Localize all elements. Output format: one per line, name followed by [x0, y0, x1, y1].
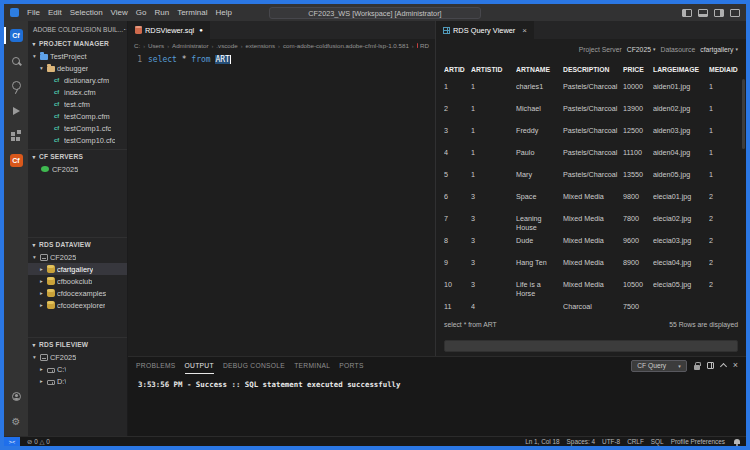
column-header-price[interactable]: PRICE — [623, 66, 653, 73]
breadcrumb-c[interactable]: C: — [134, 42, 140, 49]
tree-item-cfcodeexplorer[interactable]: ▸cfcodeexplorer — [28, 299, 127, 311]
query-input[interactable] — [444, 340, 738, 352]
vscode-logo-icon[interactable] — [10, 8, 19, 17]
tree-item-cf2025[interactable]: ▾CF2025 — [28, 251, 127, 263]
menu-run[interactable]: Run — [154, 8, 169, 17]
menu-selection[interactable]: Selection — [70, 8, 103, 17]
breadcrumb-rd[interactable]: RD — [420, 42, 429, 49]
close-icon[interactable]: × — [522, 26, 527, 35]
panel-tab-debug-console[interactable]: DEBUG CONSOLE — [223, 357, 285, 374]
table-row[interactable]: 73Leaning HouseMixed Media7800elecia02.j… — [444, 211, 746, 233]
tab-rdsviewer-sql[interactable]: RDSViewer.sql ● — [128, 21, 210, 39]
maximize-panel-icon[interactable] — [720, 363, 727, 370]
output-channel-select[interactable]: CF Query ▾ — [631, 360, 687, 372]
tree-item-cfbookclub[interactable]: ▸cfbookclub — [28, 275, 127, 287]
table-row[interactable]: 21MichaelPastels/Charcoal13900aiden02.jp… — [444, 101, 746, 123]
menu-file[interactable]: File — [27, 8, 40, 17]
datasource-select[interactable]: cfartgallery ▾ — [700, 46, 738, 53]
column-header-mediaid[interactable]: MEDIAID — [709, 66, 743, 73]
tree-item-testcomp1-cfc[interactable]: testComp1.cfc — [28, 122, 127, 134]
table-row[interactable]: 83DudeMixed Media9600elecia03.jpg2 — [444, 233, 746, 255]
tree-item-testcomp10-cfc[interactable]: testComp10.cfc — [28, 134, 127, 146]
tree-item-dictionary-cfm[interactable]: dictionary.cfm — [28, 74, 127, 86]
scrollbar[interactable] — [742, 79, 745, 149]
customize-layout-icon[interactable] — [730, 9, 740, 17]
status-profile-preferences[interactable]: Profile Preferences — [671, 438, 725, 445]
column-header-artname[interactable]: ARTNAME — [516, 66, 563, 73]
activity-source-control[interactable] — [4, 73, 28, 98]
toggle-sidebar-icon[interactable] — [682, 9, 692, 17]
panel-tab-terminal[interactable]: TERMINAL — [294, 357, 330, 374]
problems-status[interactable]: ⊘ 0 △ 0 — [27, 438, 50, 446]
panel-tab-output[interactable]: OUTPUT — [185, 357, 214, 374]
more-actions-icon[interactable]: ⋯ — [123, 25, 127, 34]
tree-item-testproject[interactable]: ▾TestProject — [28, 50, 127, 62]
panel-tab-ports[interactable]: PORTS — [339, 357, 363, 374]
menu-view[interactable]: View — [111, 8, 128, 17]
activity-coldfusion-builder[interactable]: Cf — [4, 23, 28, 48]
tree-item-index-cfm[interactable]: index.cfm — [28, 86, 127, 98]
table-row[interactable]: 93Hang TenMixed Media8900elecia04.jpg2 — [444, 255, 746, 277]
table-row[interactable]: 63SpaceMixed Media9800elecia01.jpg2 — [444, 189, 746, 211]
table-row[interactable]: 103Life is a HorseMixed Media10500elecia… — [444, 277, 746, 299]
tree-item-cfdocexamples[interactable]: ▸cfdocexamples — [28, 287, 127, 299]
bell-icon[interactable] — [734, 439, 740, 444]
status-sql[interactable]: SQL — [651, 438, 664, 445]
tree-item-cf2025[interactable]: ▾CF2025 — [28, 351, 127, 363]
menu-edit[interactable]: Edit — [48, 8, 62, 17]
code-token: ART — [215, 55, 229, 64]
status-crlf[interactable]: CRLF — [627, 438, 644, 445]
lock-icon[interactable] — [694, 365, 700, 370]
modified-dot-icon[interactable]: ● — [199, 27, 203, 33]
tree-item-debugger[interactable]: ▾debugger — [28, 62, 127, 74]
code-editor[interactable]: 1 select * from ART — [128, 52, 435, 356]
tree-item-c[interactable]: ▸C:\ — [28, 363, 127, 375]
menu-terminal[interactable]: Terminal — [177, 8, 207, 17]
breadcrumb-extensions[interactable]: extensions — [246, 42, 276, 49]
activity-run-debug[interactable] — [4, 98, 28, 123]
tab-rds-query-viewer[interactable]: RDS Query Viewer × — [436, 21, 534, 39]
menu-go[interactable]: Go — [136, 8, 147, 17]
tree-item-cf2025[interactable]: CF2025 — [28, 163, 127, 175]
column-header-description[interactable]: DESCRIPTION — [563, 66, 623, 73]
breadcrumb-vscode[interactable]: .vscode — [216, 42, 237, 49]
tree-item-testcomp-cfm[interactable]: testComp.cfm — [28, 110, 127, 122]
tree-item-cfartgallery[interactable]: ▸cfartgallery — [28, 263, 127, 275]
table-row[interactable]: 114Charcoal7500 — [444, 299, 746, 317]
table-row[interactable]: 41PauloPastels/Charcoal11100aiden04.jpg1 — [444, 145, 746, 167]
tree-item-d[interactable]: ▸D:\ — [28, 375, 127, 387]
toggle-secondary-sidebar-icon[interactable] — [714, 9, 724, 17]
status-spaces-4[interactable]: Spaces: 4 — [567, 438, 595, 445]
server-select[interactable]: CF2025 ▾ — [627, 46, 656, 53]
activity-account[interactable] — [4, 384, 28, 409]
table-row[interactable]: 31FreddyPastels/Charcoal12500aiden03.jpg… — [444, 123, 746, 145]
toggle-panel-icon[interactable] — [698, 9, 708, 17]
output-content[interactable]: 3:53:56 PM - Success :: SQL statement ex… — [128, 374, 746, 395]
breadcrumb-com-adobe-coldfusion-adobe-cfml-lsp-1-0-581[interactable]: com-adobe-coldfusion.adobe-cfml-lsp-1.0.… — [283, 42, 409, 49]
split-panel-icon[interactable] — [707, 362, 714, 369]
tree-item-test-cfm[interactable]: test.cfm — [28, 98, 127, 110]
section-header-project-manager[interactable]: ▾PROJECT MANAGER — [28, 37, 127, 50]
close-panel-icon[interactable]: × — [733, 361, 738, 370]
status-ln-1-col-18[interactable]: Ln 1, Col 18 — [525, 438, 559, 445]
column-header-largeimage[interactable]: LARGEIMAGE — [653, 66, 709, 73]
breadcrumb-administrator[interactable]: Administrator — [172, 42, 208, 49]
panel-tab-problems[interactable]: PROBLEMS — [136, 357, 176, 374]
column-header-artid[interactable]: ARTID — [444, 66, 471, 73]
activity-extensions[interactable] — [4, 123, 28, 148]
window-title[interactable]: CF2023_WS [Workspace] [Administrator] — [269, 7, 481, 19]
activity-search[interactable] — [4, 48, 28, 73]
status-utf-8[interactable]: UTF-8 — [602, 438, 620, 445]
table-row[interactable]: 51MaryPastels/Charcoal13550aiden05.jpg1 — [444, 167, 746, 189]
table-row[interactable]: 11charles1Pastels/Charcoal10000aiden01.j… — [444, 79, 746, 101]
menu-help[interactable]: Help — [215, 8, 231, 17]
chevron-down-icon: ▾ — [30, 154, 38, 160]
breadcrumb-users[interactable]: Users — [148, 42, 164, 49]
section-header-rds-dataview[interactable]: ▾RDS DATAVIEW — [28, 238, 127, 251]
activity-coldfusion-server[interactable]: Cf — [4, 148, 28, 173]
remote-indicator[interactable]: >< — [4, 437, 20, 447]
column-header-artistid[interactable]: ARTISTID — [471, 66, 516, 73]
activity-settings[interactable]: ⚙ — [4, 409, 28, 434]
section-header-rds-fileview[interactable]: ▾RDS FILEVIEW — [28, 338, 127, 351]
section-header-cf-servers[interactable]: ▾CF SERVERS — [28, 150, 127, 163]
